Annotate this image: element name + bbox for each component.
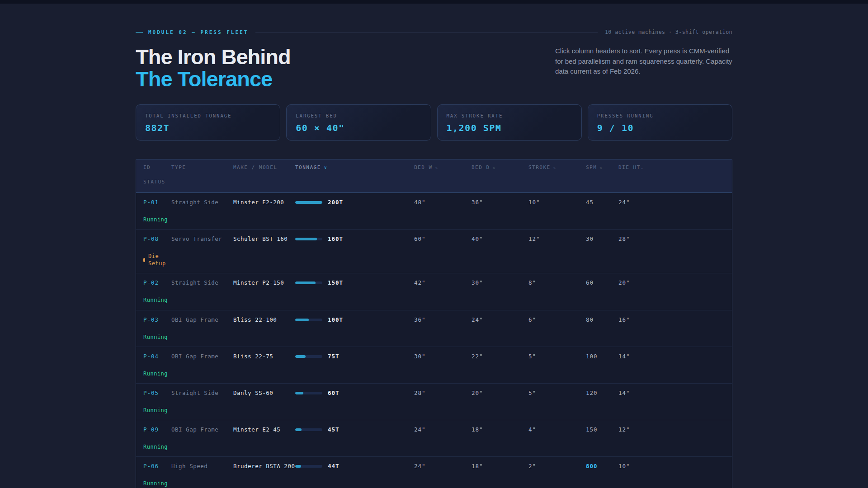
cell-stroke: 4": [528, 426, 586, 433]
stat-card-2: LARGEST BED60 × 40": [286, 104, 431, 141]
sort-icon: ⇅: [599, 165, 603, 170]
press-fleet-table: IDTYPEMAKE / MODELTONNAGE∨BED W⇅BED D⇅ST…: [136, 159, 732, 488]
cell-stroke: 5": [528, 389, 586, 397]
cell-stroke: 8": [528, 279, 586, 286]
tonnage-bar-fill: [295, 392, 303, 394]
table-row: P-02Straight SideMinster P2-150150T42"30…: [136, 273, 732, 310]
table-row-grid: P-01Straight SideMinster E2-200200T48"36…: [136, 199, 732, 206]
column-header-bed_w[interactable]: BED W⇅: [414, 164, 472, 170]
tonnage-bar-fill: [295, 465, 301, 468]
tonnage-value: 100T: [328, 316, 343, 324]
cell-bed-w: 24": [414, 426, 472, 433]
cell-bed-w: 30": [414, 353, 472, 360]
stat-card-label: PRESSES RUNNING: [597, 113, 723, 118]
status-badge: Running: [143, 480, 172, 487]
cell-press-id: P-02: [143, 279, 171, 286]
cell-press-type: High Speed: [171, 463, 233, 470]
status-badge: Running: [143, 443, 172, 450]
cell-bed-w: 48": [414, 199, 472, 206]
cell-spm: 150: [586, 426, 618, 433]
header-row: The Iron Behind The Tolerance Click colu…: [136, 46, 732, 90]
tonnage-bar-track: [295, 392, 322, 394]
cell-make-model: Bliss 22-100: [233, 316, 295, 324]
cell-bed-w: 24": [414, 463, 472, 470]
description-text: Click column headers to sort. Every pres…: [555, 46, 732, 90]
cell-bed-d: 30": [472, 279, 528, 286]
cell-spm: 60: [586, 279, 618, 286]
cell-bed-w: 60": [414, 235, 472, 243]
table-row: P-08Servo TransferSchuler BST 160160T60"…: [136, 229, 732, 273]
stat-cards: TOTAL INSTALLED TONNAGE882TLARGEST BED60…: [136, 104, 732, 141]
status-cell: Running: [136, 480, 732, 487]
kicker-rule-line: [255, 32, 598, 33]
status-cell: Running: [136, 443, 732, 450]
tonnage-bar-track: [295, 282, 322, 284]
column-header-bed_d[interactable]: BED D⇅: [472, 164, 528, 170]
cell-die-ht: 12": [618, 426, 732, 433]
tonnage-bar-fill: [295, 282, 316, 284]
tonnage-value: 45T: [328, 426, 340, 433]
cell-die-ht: 20": [618, 279, 732, 286]
cell-press-id: P-06: [143, 463, 171, 470]
section-kicker: MODULE 02 — PRESS FLEET 10 active machin…: [136, 29, 732, 35]
cell-spm: 120: [586, 389, 618, 397]
cell-make-model: Minster E2-45: [233, 426, 295, 433]
stat-card-1: TOTAL INSTALLED TONNAGE882T: [136, 104, 280, 141]
cell-stroke: 10": [528, 199, 586, 206]
tonnage-value: 44T: [328, 463, 340, 470]
column-header-label: SPM: [586, 164, 597, 170]
column-header-die_ht[interactable]: DIE HT.: [618, 164, 732, 170]
cell-bed-w: 28": [414, 389, 472, 397]
cell-make-model: Bruderer BSTA 200: [233, 463, 295, 470]
status-badge: Running: [143, 407, 172, 414]
status-badge: Die Setup: [148, 253, 177, 267]
column-header-stroke[interactable]: STROKE⇅: [528, 164, 586, 170]
cell-press-id: P-04: [143, 353, 171, 360]
cell-press-type: OBI Gap Frame: [171, 316, 233, 324]
cell-make-model: Minster E2-200: [233, 199, 295, 206]
tonnage-bar-fill: [295, 201, 322, 204]
cell-die-ht: 24": [618, 199, 732, 206]
cell-press-id: P-08: [143, 235, 171, 243]
cell-tonnage: 45T: [295, 426, 414, 433]
cell-press-type: Straight Side: [171, 389, 233, 397]
tonnage-value: 200T: [328, 199, 343, 206]
cell-press-id: P-05: [143, 389, 171, 397]
cell-bed-d: 36": [472, 199, 528, 206]
status-cell: Running: [136, 296, 732, 304]
cell-bed-w: 42": [414, 279, 472, 286]
cell-bed-d: 18": [472, 463, 528, 470]
stat-card-3: MAX STROKE RATE1,200 SPM: [437, 104, 582, 141]
cell-tonnage: 160T: [295, 235, 414, 243]
cell-stroke: 6": [528, 316, 586, 324]
stat-card-value: 60 × 40": [296, 122, 421, 133]
sort-chevron-down-icon: ∨: [324, 165, 328, 170]
stat-card-label: LARGEST BED: [296, 113, 421, 118]
stat-card-4: PRESSES RUNNING9 / 10: [588, 104, 732, 141]
table-row: P-03OBI Gap FrameBliss 22-100100T36"24"6…: [136, 310, 732, 347]
column-header-type[interactable]: TYPE: [171, 164, 233, 170]
column-header-tonnage[interactable]: TONNAGE∨: [295, 164, 414, 170]
table-row-grid: P-02Straight SideMinster P2-150150T42"30…: [136, 279, 732, 286]
table-row-grid: P-09OBI Gap FrameMinster E2-4545T24"18"4…: [136, 426, 732, 433]
cell-stroke: 2": [528, 463, 586, 470]
cell-die-ht: 10": [618, 463, 732, 470]
column-header-status[interactable]: STATUS: [136, 179, 732, 185]
cell-spm: 45: [586, 199, 618, 206]
column-header-label: TONNAGE: [295, 164, 321, 170]
cell-bed-d: 18": [472, 426, 528, 433]
top-divider-strip: [0, 0, 868, 4]
cell-tonnage: 60T: [295, 389, 414, 397]
page-title: The Iron Behind The Tolerance: [136, 46, 291, 90]
column-header-spm[interactable]: SPM⇅: [586, 164, 618, 170]
column-header-id[interactable]: ID: [143, 164, 171, 170]
column-header-model[interactable]: MAKE / MODEL: [233, 164, 295, 170]
fleet-meta-text: 10 active machines · 3-shift operation: [605, 29, 732, 35]
cell-spm: 80: [586, 316, 618, 324]
cell-press-id: P-01: [143, 199, 171, 206]
column-header-label: BED W: [414, 164, 433, 170]
tonnage-bar-fill: [295, 319, 309, 321]
column-header-label: MAKE / MODEL: [233, 164, 277, 170]
cell-tonnage: 75T: [295, 353, 414, 360]
page-title-line2: The Tolerance: [136, 68, 291, 90]
